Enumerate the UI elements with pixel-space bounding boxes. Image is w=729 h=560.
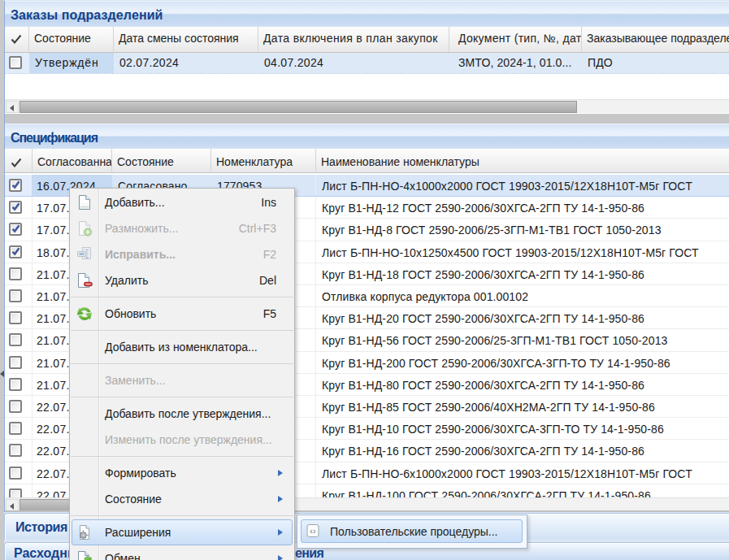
svg-text:‹›: ‹› (310, 526, 316, 536)
